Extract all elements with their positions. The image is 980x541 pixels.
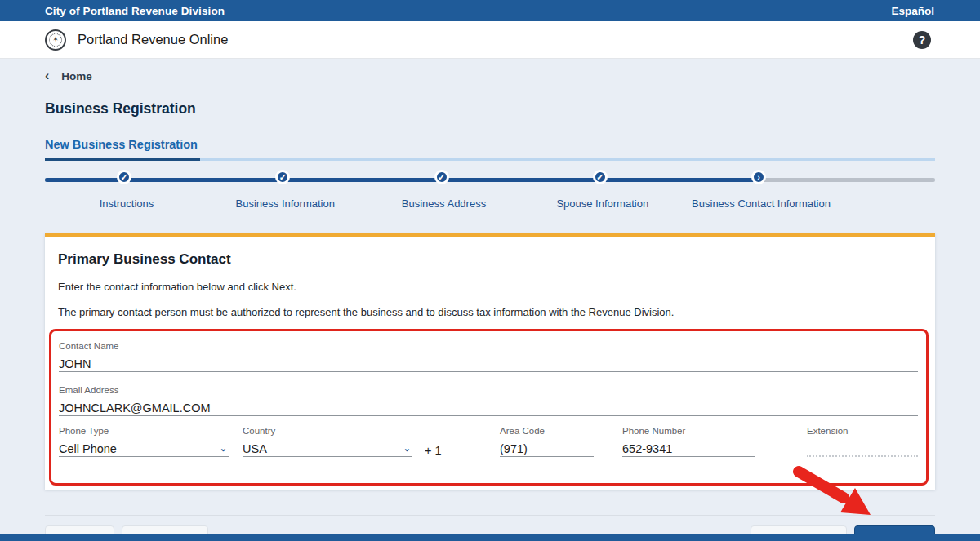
portland-seal-logo: ✶ [45, 29, 66, 51]
country-field-group: Country USA ⌄ [243, 426, 412, 457]
extension-field-group: Extension [807, 426, 918, 457]
phone-number-field-group: Phone Number 652-9341 [622, 426, 755, 457]
app-title: Portland Revenue Online [78, 32, 228, 47]
phone-row: Phone Type Cell Phone ⌄ Country USA ⌄ + … [59, 426, 918, 475]
panel-instruction-1: Enter the contact information below and … [45, 281, 935, 293]
phone-type-select[interactable]: Cell Phone ⌄ [59, 442, 229, 457]
step-complete-icon[interactable]: ✓ [434, 170, 449, 184]
area-code-label: Area Code [500, 426, 594, 436]
phone-type-value: Cell Phone [59, 442, 117, 455]
tab-new-business-registration[interactable]: New Business Registration [45, 138, 198, 151]
stepper-track-remaining [761, 178, 935, 182]
breadcrumb-label: Home [61, 70, 92, 82]
step-complete-icon[interactable]: ✓ [593, 170, 608, 184]
phone-number-label: Phone Number [622, 426, 755, 436]
page-title: Business Registration [45, 100, 935, 118]
bottom-accent-bar [0, 534, 980, 541]
language-toggle-link[interactable]: Español [891, 5, 934, 17]
country-label: Country [243, 426, 412, 436]
step-label[interactable]: Instructions [100, 197, 154, 210]
step-label[interactable]: Business Contact Information [692, 197, 831, 210]
extension-label: Extension [807, 426, 918, 436]
step-complete-icon[interactable]: ✓ [117, 170, 131, 184]
tab-underline-active [45, 158, 200, 161]
chevron-down-icon: ⌄ [403, 443, 411, 454]
dial-code-text: + 1 [425, 444, 442, 457]
step-label[interactable]: Spouse Information [556, 197, 648, 210]
progress-stepper: ✓Instructions✓Business Information✓Busin… [45, 171, 935, 218]
email-field-group: Email Address JOHNCLARK@GMAIL.COM [59, 380, 918, 416]
tab-underline [45, 158, 935, 161]
area-code-field-group: Area Code (971) [500, 426, 594, 457]
step-label[interactable]: Business Address [402, 197, 486, 210]
seal-emblem: ✶ [49, 33, 62, 47]
site-header: ✶ Portland Revenue Online ? [0, 21, 980, 59]
phone-type-label: Phone Type [59, 426, 229, 436]
country-value: USA [243, 442, 267, 455]
contact-name-label: Contact Name [59, 341, 918, 351]
back-chevron-icon: ‹ [45, 69, 49, 82]
chevron-down-icon: ⌄ [220, 443, 227, 454]
form-panel: Primary Business Contact Enter the conta… [45, 233, 935, 490]
contact-name-field-group: Contact Name JOHN [59, 336, 918, 372]
panel-instruction-2: The primary contact person must be autho… [45, 306, 935, 318]
top-app-bar: City of Portland Revenue Division Españo… [0, 0, 980, 21]
help-icon[interactable]: ? [913, 31, 931, 49]
contact-name-input[interactable]: JOHN [59, 357, 918, 372]
annotation-highlight-box: Contact Name JOHN Email Address JOHNCLAR… [49, 329, 929, 486]
stepper-track-complete [45, 178, 761, 182]
area-code-input[interactable]: (971) [500, 442, 594, 457]
step-complete-icon[interactable]: ✓ [275, 170, 290, 184]
step-current-icon[interactable]: › [751, 170, 766, 184]
step-label[interactable]: Business Information [236, 197, 335, 210]
extension-input[interactable] [807, 442, 918, 457]
phone-type-field-group: Phone Type Cell Phone ⌄ [59, 426, 229, 457]
country-select[interactable]: USA ⌄ [243, 442, 412, 457]
email-input[interactable]: JOHNCLARK@GMAIL.COM [59, 401, 918, 416]
breadcrumb-home[interactable]: ‹ Home [45, 69, 92, 82]
phone-number-input[interactable]: 652-9341 [622, 442, 755, 457]
email-label: Email Address [59, 385, 918, 395]
agency-title: City of Portland Revenue Division [45, 5, 225, 17]
panel-title: Primary Business Contact [45, 251, 935, 268]
